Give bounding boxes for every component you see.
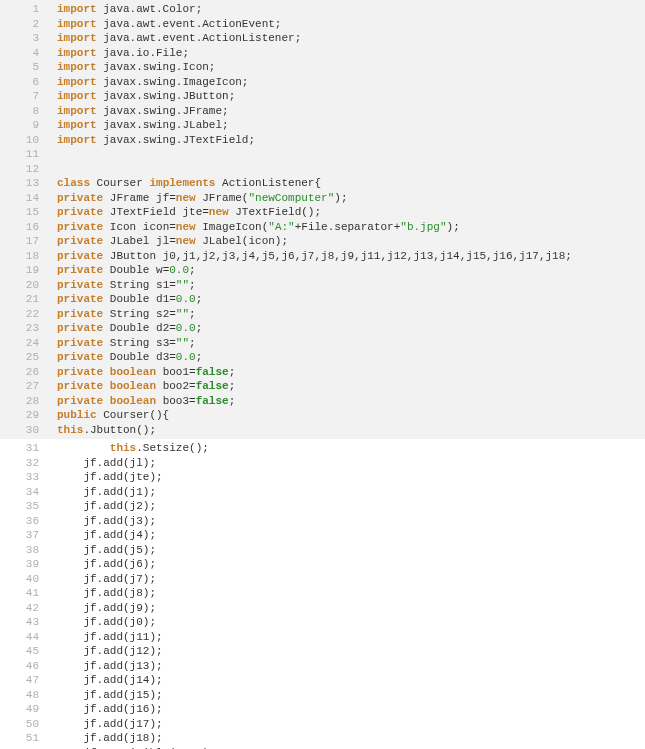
code-line: jf.add(j11); [57, 630, 380, 645]
token-plain: java.awt.event.ActionEvent; [97, 18, 282, 30]
code-line: private JTextField jte=new JTextField(); [57, 205, 572, 220]
token-plain: ); [334, 192, 347, 204]
line-number: 17 [0, 234, 45, 249]
token-plain: java.awt.event.ActionListener; [97, 32, 302, 44]
line-number: 2 [0, 17, 45, 32]
token-kw: this [57, 424, 83, 436]
token-kw: private [57, 322, 103, 334]
line-number: 13 [0, 176, 45, 191]
token-kw: import [57, 47, 97, 59]
line-number: 20 [0, 278, 45, 293]
token-plain: jf.add(j2); [83, 500, 156, 512]
token-plain: JLabel(icon); [196, 235, 288, 247]
token-plain: JTextField jte= [103, 206, 209, 218]
token-plain: ; [229, 380, 236, 392]
token-plain: jf.add(j6); [83, 558, 156, 570]
line-number: 4 [0, 46, 45, 61]
code-block: 3132333435363738394041424344454647484950… [0, 439, 645, 749]
token-kw: import [57, 61, 97, 73]
line-number: 36 [0, 514, 45, 529]
token-kw: private [57, 264, 103, 276]
token-plain: String s1= [103, 279, 176, 291]
line-number: 41 [0, 586, 45, 601]
line-number: 24 [0, 336, 45, 351]
token-plain: jf.add(j13); [83, 660, 162, 672]
line-number: 47 [0, 673, 45, 688]
code-line: private Double d1=0.0; [57, 292, 572, 307]
token-num: 0.0 [176, 351, 196, 363]
line-number: 21 [0, 292, 45, 307]
token-kw: private [57, 337, 103, 349]
token-plain: jf.add(j16); [83, 703, 162, 715]
token-plain: boo1= [156, 366, 196, 378]
token-plain: JFrame( [196, 192, 249, 204]
line-number: 26 [0, 365, 45, 380]
code-line: private boolean boo2=false; [57, 379, 572, 394]
code-line [57, 147, 572, 162]
token-plain: jf.add(jte); [83, 471, 162, 483]
token-plain: ; [189, 279, 196, 291]
token-plain: javax.swing.JFrame; [97, 105, 229, 117]
line-number: 37 [0, 528, 45, 543]
code-line: private JFrame jf=new JFrame("newCompute… [57, 191, 572, 206]
code-column: import java.awt.Color;import java.awt.ev… [45, 0, 572, 439]
code-line: jf.add(j1); [57, 485, 380, 500]
token-kw: private [57, 250, 103, 262]
token-kw: implements [149, 177, 215, 189]
token-str: "A:" [268, 221, 294, 233]
token-plain: String s3= [103, 337, 176, 349]
token-plain: Double w= [103, 264, 169, 276]
token-plain: jf.add(j7); [83, 573, 156, 585]
line-number: 28 [0, 394, 45, 409]
token-bool: false [196, 366, 229, 378]
token-kw: private [57, 192, 103, 204]
code-line: private Double w=0.0; [57, 263, 572, 278]
line-number: 38 [0, 543, 45, 558]
token-plain: ImageIcon( [196, 221, 269, 233]
token-kw: private boolean [57, 395, 156, 407]
code-line: jf.add(jl); [57, 456, 380, 471]
token-kw: new [176, 192, 196, 204]
token-str: "newComputer" [248, 192, 334, 204]
code-listing: 1234567891011121314151617181920212223242… [0, 0, 645, 749]
code-line: jf.add(j9); [57, 601, 380, 616]
token-plain: ; [196, 351, 203, 363]
token-plain: Double d2= [103, 322, 176, 334]
code-line: this.Jbutton(); [57, 423, 572, 438]
code-line: import javax.swing.ImageIcon; [57, 75, 572, 90]
code-line: this.Setsize(); [57, 441, 380, 456]
code-line: jf.add(jte); [57, 470, 380, 485]
line-number: 35 [0, 499, 45, 514]
line-number: 31 [0, 441, 45, 456]
code-column: this.Setsize(); jf.add(jl); jf.add(jte);… [45, 439, 380, 749]
line-number: 52 [0, 746, 45, 750]
token-kw: private [57, 279, 103, 291]
token-kw: private [57, 308, 103, 320]
line-number: 32 [0, 456, 45, 471]
code-line: private boolean boo3=false; [57, 394, 572, 409]
token-plain: boo3= [156, 395, 196, 407]
token-kw: new [176, 221, 196, 233]
line-number: 3 [0, 31, 45, 46]
line-number: 14 [0, 191, 45, 206]
token-plain: Double d3= [103, 351, 176, 363]
code-line: jf.add(j4); [57, 528, 380, 543]
token-plain: jf.add(j4); [83, 529, 156, 541]
token-plain: ; [196, 293, 203, 305]
line-number: 27 [0, 379, 45, 394]
token-kw: import [57, 105, 97, 117]
code-line: private String s3=""; [57, 336, 572, 351]
token-plain: JLabel jl= [103, 235, 176, 247]
token-kw: public [57, 409, 97, 421]
token-plain: jf.add(j17); [83, 718, 162, 730]
token-plain: JButton j0,j1,j2,j3,j4,j5,j6,j7,j8,j9,j1… [103, 250, 572, 262]
code-line: jf.add(j6); [57, 557, 380, 572]
token-plain: jf.add(j15); [83, 689, 162, 701]
code-line: import java.awt.Color; [57, 2, 572, 17]
line-number: 39 [0, 557, 45, 572]
code-line: public Courser(){ [57, 408, 572, 423]
token-plain: Double d1= [103, 293, 176, 305]
code-line: jf.add(j0); [57, 615, 380, 630]
token-plain: Courser(){ [97, 409, 170, 421]
token-kw: import [57, 18, 97, 30]
